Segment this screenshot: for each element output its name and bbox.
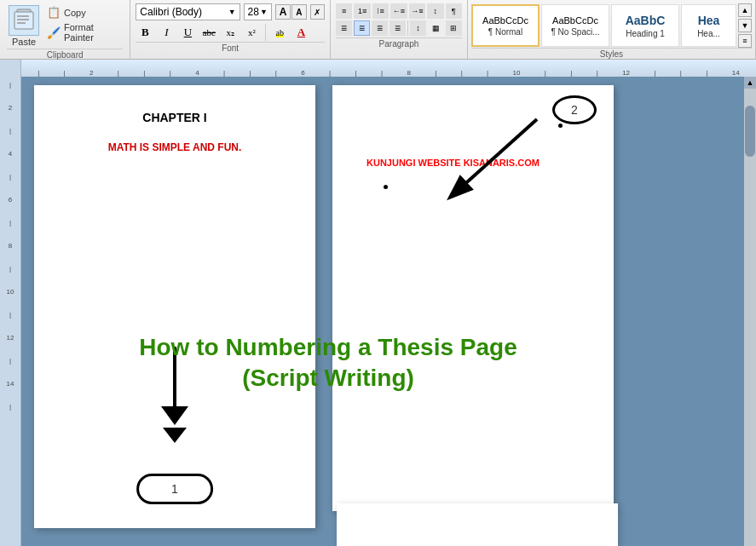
svg-rect-2 xyxy=(17,15,29,17)
para-row1: ≡ 1≡ ⁝≡ ←≡ →≡ ↕ ¶ xyxy=(336,3,462,19)
line-spacing-button[interactable]: ↕ xyxy=(410,20,426,36)
scrollbar-thumb[interactable] xyxy=(745,106,755,157)
align-justify-button[interactable]: ≡ xyxy=(390,20,406,36)
style-no-spacing[interactable]: AaBbCcDc ¶ No Spaci... xyxy=(541,4,609,47)
list-ordered-button[interactable]: 1≡ xyxy=(354,3,370,19)
chapter-subtitle: MATH IS SIMPLE AND FUN. xyxy=(68,141,281,153)
styles-scroll-up-button[interactable]: ▲ xyxy=(738,3,752,17)
kunjungi-text: KUNJUNGI WEBSITE KISANARIS.COM xyxy=(366,158,580,168)
para-divider xyxy=(407,20,408,36)
paste-label: Paste xyxy=(12,37,36,47)
font-divider xyxy=(265,24,266,41)
para-row2: ≡ ≡ ≡ ≡ ↕ ▦ ⊞ xyxy=(336,20,462,36)
bold-button[interactable]: B xyxy=(136,23,154,42)
highlight-button[interactable]: ab xyxy=(270,23,289,42)
chapter-title: CHAPTER I xyxy=(68,111,281,124)
style-normal[interactable]: AaBbCcDc ¶ Normal xyxy=(471,4,540,47)
align-left-button[interactable]: ≡ xyxy=(336,20,352,36)
style-normal-label: ¶ Normal xyxy=(488,27,522,37)
document-area: How to Numbering a Thesis Page (Script W… xyxy=(21,77,744,546)
increase-font-button[interactable]: A xyxy=(275,4,291,20)
styles-scroll-down-button[interactable]: ▼ xyxy=(738,19,752,32)
superscript-button[interactable]: x² xyxy=(242,23,261,42)
arrow-head-group2 xyxy=(163,428,187,443)
page-2-number-circle: 2 xyxy=(552,95,597,124)
page-number-oval: 1 xyxy=(136,474,213,504)
page-1-content: CHAPTER I MATH IS SIMPLE AND FUN. xyxy=(34,85,315,528)
down-arrow xyxy=(161,347,188,443)
font-size-dropdown[interactable]: 28 ▼ xyxy=(244,3,272,20)
scroll-up-button[interactable]: ▲ xyxy=(744,77,756,89)
arrow-head-group xyxy=(161,406,188,425)
arrow-head-left xyxy=(161,406,188,425)
align-right-button[interactable]: ≡ xyxy=(372,20,388,36)
style-heading1[interactable]: AaBbC Heading 1 xyxy=(611,4,679,47)
style-no-spacing-preview: AaBbCcDc xyxy=(552,15,598,26)
copy-button[interactable]: 📋 Copy xyxy=(44,5,123,20)
bullet-dot-1 xyxy=(558,124,563,128)
format-painter-button[interactable]: 🖌️ Format Painter xyxy=(44,21,123,43)
arrow-shaft xyxy=(173,347,176,406)
indent-decrease-button[interactable]: ←≡ xyxy=(390,3,407,19)
style-heading2-preview: Hea xyxy=(698,14,720,27)
font-size-value: 28 xyxy=(248,6,259,18)
list-multi-button[interactable]: ⁝≡ xyxy=(372,3,389,19)
paragraph-section-label: Paragraph xyxy=(336,37,462,49)
font-name-value: Calibri (Body) xyxy=(140,6,202,18)
decrease-font-button[interactable]: A xyxy=(291,4,307,20)
font-section-label: Font xyxy=(136,42,325,53)
vertical-ruler-ticks: | 2 | 4 | 6 | 8 | 10 | 12 | 14 | xyxy=(0,77,20,411)
vertical-scrollbar[interactable]: ▲ xyxy=(744,77,756,546)
font-row1: Calibri (Body) ▼ 28 ▼ A A ✗ xyxy=(136,3,325,20)
content-area: | 2 | 4 | 6 | 8 | 10 | 12 | 14 | How to … xyxy=(0,77,756,546)
page-3-partial xyxy=(337,503,618,546)
styles-section: AaBbCcDc ¶ Normal AaBbCcDc ¶ No Spaci...… xyxy=(468,0,756,59)
shading-button[interactable]: ▦ xyxy=(428,20,444,36)
styles-section-label: Styles xyxy=(471,48,752,59)
ruler-container: || 2| || 4| || 6| || 8| || 10| || 12| ||… xyxy=(0,60,756,77)
align-center-button[interactable]: ≡ xyxy=(354,20,370,36)
styles-expand-button[interactable]: ≡ xyxy=(738,34,752,48)
strikethrough-button[interactable]: abc xyxy=(199,23,218,42)
svg-rect-4 xyxy=(17,22,26,24)
svg-rect-3 xyxy=(17,19,29,20)
sort-button[interactable]: ↕ xyxy=(427,3,443,19)
font-size-buttons: A A xyxy=(275,4,307,20)
style-heading1-label: Heading 1 xyxy=(626,29,665,38)
page-2-content: 2 KUNJUNGI WEBSITE KISANARIS.COM xyxy=(332,85,614,511)
copy-icon: 📋 xyxy=(47,6,61,19)
show-formatting-button[interactable]: ¶ xyxy=(446,3,462,19)
arrow-head-right xyxy=(163,428,187,443)
font-size-chevron[interactable]: ▼ xyxy=(260,8,268,16)
borders-button[interactable]: ⊞ xyxy=(446,20,462,36)
ruler-main: || 2| || 4| || 6| || 8| || 10| || 12| ||… xyxy=(21,60,756,77)
format-painter-label: Format Painter xyxy=(64,22,120,43)
page-1: CHAPTER I MATH IS SIMPLE AND FUN. 1 xyxy=(34,85,315,528)
copy-label: Copy xyxy=(64,8,86,18)
style-heading2[interactable]: Hea Hea... xyxy=(681,4,736,47)
font-row2: B I U abc x₂ x² ab A xyxy=(136,23,325,42)
subscript-button[interactable]: x₂ xyxy=(221,23,239,42)
style-normal-preview: AaBbCcDc xyxy=(482,15,528,26)
italic-button[interactable]: I xyxy=(157,23,176,42)
clipboard-section-label: Clipboard xyxy=(7,49,123,60)
style-heading1-preview: AaBbC xyxy=(626,14,666,27)
paste-icon xyxy=(9,5,39,36)
indent-increase-button[interactable]: →≡ xyxy=(409,3,425,19)
clear-formatting-button[interactable]: ✗ xyxy=(310,4,325,20)
vertical-ruler: | 2 | 4 | 6 | 8 | 10 | 12 | 14 | xyxy=(0,77,21,546)
styles-arrows: ▲ ▼ ≡ xyxy=(738,3,752,48)
font-name-dropdown[interactable]: Calibri (Body) ▼ xyxy=(136,3,239,20)
font-color-button[interactable]: A xyxy=(291,23,310,42)
list-unordered-button[interactable]: ≡ xyxy=(336,3,352,19)
underline-button[interactable]: U xyxy=(178,23,197,42)
page-2: 2 KUNJUNGI WEBSITE KISANARIS.COM xyxy=(332,85,614,511)
ruler-side xyxy=(0,60,21,77)
paste-button[interactable]: Paste xyxy=(7,3,41,49)
bullet-dot-2 xyxy=(384,185,388,189)
paragraph-section: ≡ 1≡ ⁝≡ ←≡ →≡ ↕ ¶ ≡ ≡ ≡ ≡ ↕ ▦ ⊞ Paragrap… xyxy=(331,0,468,59)
page-number-2: 2 xyxy=(571,103,578,117)
font-name-chevron[interactable]: ▼ xyxy=(228,8,236,16)
highlight-icon: ab xyxy=(276,28,284,37)
toolbar: Paste 📋 Copy 🖌️ Format Painter Clipboard… xyxy=(0,0,756,60)
